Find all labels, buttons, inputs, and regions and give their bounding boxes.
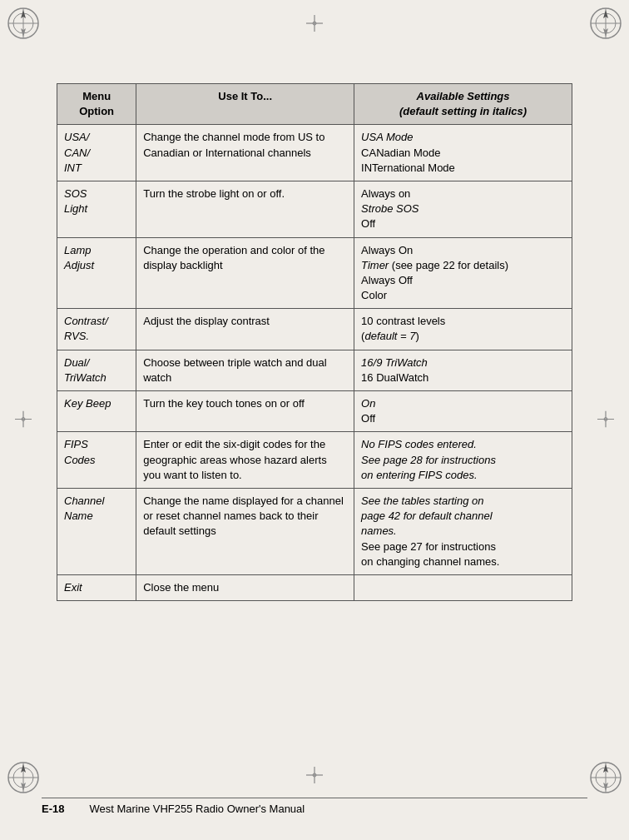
crosshair-right: [597, 410, 614, 430]
cell-menu: Dual/TriWatch: [57, 350, 136, 390]
cell-menu: Key Beep: [57, 391, 136, 432]
table-row: ChannelNameChange the name displayed for…: [57, 488, 572, 574]
page-container: Menu Option Use It To... Available Setti…: [0, 0, 629, 840]
table-row: ExitClose the menu: [57, 574, 572, 600]
cell-settings: 16/9 TriWatch16 DualWatch: [354, 350, 572, 390]
cell-menu: FIPSCodes: [57, 432, 136, 489]
table-row: USA/CAN/INTChange the channel mode from …: [57, 125, 572, 181]
crosshair-top: [306, 15, 323, 34]
main-content: Menu Option Use It To... Available Setti…: [57, 83, 572, 601]
table-row: FIPSCodesEnter or edit the six-digit cod…: [57, 432, 572, 489]
cell-menu: SOSLight: [57, 181, 136, 237]
cell-settings: OnOff: [354, 391, 572, 432]
cell-settings: [354, 574, 572, 600]
compass-top-right: [589, 7, 622, 40]
footer: E-18 West Marine VHF255 Radio Owner's Ma…: [42, 798, 587, 815]
footer-title: West Marine VHF255 Radio Owner's Manual: [89, 803, 305, 815]
cell-menu: Exit: [57, 574, 136, 600]
settings-table: Menu Option Use It To... Available Setti…: [57, 83, 572, 601]
cell-use: Change the name displayed for a channel …: [136, 488, 354, 574]
cell-use: Choose between triple watch and dual wat…: [136, 350, 354, 390]
table-row: Contrast/RVS.Adjust the display contrast…: [57, 309, 572, 350]
header-menu: Menu Option: [57, 84, 136, 125]
cell-settings: No FIPS codes entered.See page 28 for in…: [354, 432, 572, 489]
cell-settings: See the tables starting onpage 42 for de…: [354, 488, 572, 574]
table-header-row: Menu Option Use It To... Available Setti…: [57, 84, 572, 125]
cell-menu: USA/CAN/INT: [57, 125, 136, 181]
table-row: LampAdjustChange the operation and color…: [57, 237, 572, 309]
cell-menu: Contrast/RVS.: [57, 309, 136, 350]
crosshair-left: [15, 410, 32, 430]
header-use: Use It To...: [136, 84, 354, 125]
cell-menu: ChannelName: [57, 488, 136, 574]
cell-use: Adjust the display contrast: [136, 309, 354, 350]
cell-use: Enter or edit the six-digit codes for th…: [136, 432, 354, 489]
cell-settings: USA ModeCANadian ModeINTernational Mode: [354, 125, 572, 181]
cell-use: Turn the key touch tones on or off: [136, 391, 354, 432]
header-settings: Available Settings(default setting in it…: [354, 84, 572, 125]
compass-bottom-right: [589, 761, 622, 794]
table-row: Key BeepTurn the key touch tones on or o…: [57, 391, 572, 432]
footer-page: E-18: [42, 803, 64, 815]
cell-settings: 10 contrast levels(default = 7): [354, 309, 572, 350]
cell-use: Change the channel mode from US to Canad…: [136, 125, 354, 181]
cell-settings: Always onStrobe SOSOff: [354, 181, 572, 237]
compass-top-left: [7, 7, 40, 40]
cell-menu: LampAdjust: [57, 237, 136, 309]
table-row: SOSLightTurn the strobe light on or off.…: [57, 181, 572, 237]
cell-settings: Always OnTimer (see page 22 for details)…: [354, 237, 572, 309]
table-row: Dual/TriWatchChoose between triple watch…: [57, 350, 572, 390]
cell-use: Change the operation and color of the di…: [136, 237, 354, 309]
cell-use: Close the menu: [136, 574, 354, 600]
compass-bottom-left: [7, 761, 40, 794]
crosshair-bottom: [306, 767, 323, 786]
cell-use: Turn the strobe light on or off.: [136, 181, 354, 237]
